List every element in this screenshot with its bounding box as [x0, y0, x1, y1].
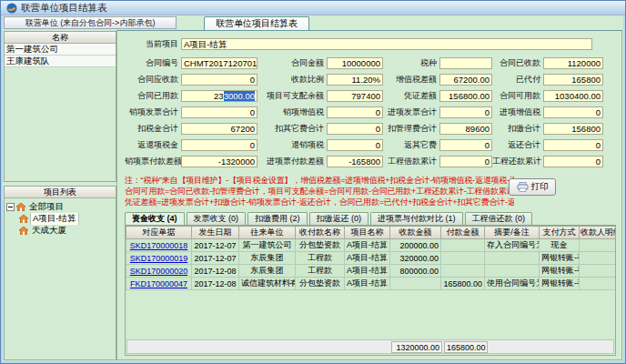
- contract-available-field[interactable]: 1030400.00: [543, 90, 603, 102]
- input-invoice-payment-diff-field[interactable]: -165800: [327, 156, 383, 167]
- cell-project-name: A项目-结算: [345, 252, 390, 265]
- table-row[interactable]: SKD170000019 2017-12-07 东辰集团 工程款 A项目-结算 …: [126, 252, 617, 265]
- col-payee-detail[interactable]: 收款人明细: [580, 227, 617, 239]
- tree-node-project[interactable]: A项目-结算: [6, 213, 114, 225]
- cell-payment-amount: [441, 265, 485, 278]
- selected-text: 3000.00: [224, 91, 255, 101]
- tree-node-all-projects[interactable]: 全部项目: [6, 201, 114, 213]
- cell-project-name: A项目-结算: [345, 265, 390, 278]
- doc-link[interactable]: FKD170000047: [130, 279, 187, 288]
- project-loan-total-label: 工程借款累计: [383, 156, 439, 167]
- tab-invoice-inout[interactable]: 发票收支 (0): [187, 212, 247, 225]
- input-vat-field[interactable]: 0: [543, 106, 603, 118]
- contract-used-label: 合同已用款: [125, 90, 181, 102]
- vat-difference-field[interactable]: 67200.00: [439, 74, 492, 86]
- project-repayment-total-field[interactable]: 0: [543, 156, 603, 167]
- contract-receivable-field[interactable]: 0: [181, 74, 257, 86]
- formula-notes: 注：“税种”来自【项目维护】-【项目税金设置】，增值税差额=进项增值税+扣税金合…: [125, 175, 514, 207]
- col-project-name[interactable]: 项目名称: [345, 227, 390, 239]
- contract-received-field[interactable]: 1120000: [543, 57, 603, 69]
- tree-node-project[interactable]: 天成大厦: [6, 225, 114, 237]
- cell-counterparty: 东辰集团: [239, 265, 296, 278]
- tab-withheld-fees[interactable]: 扣缴费用 (2): [247, 212, 308, 225]
- home-icon: [19, 215, 28, 223]
- collapse-icon[interactable]: [6, 203, 15, 211]
- cell-receipt-amount: 320000.00: [390, 252, 441, 265]
- withheld-total-field[interactable]: 156800: [543, 123, 603, 135]
- output-invoice-total-field[interactable]: 0: [181, 106, 257, 118]
- cell-payment-amount: [441, 239, 485, 252]
- receipt-ratio-field[interactable]: 11.20%: [327, 74, 383, 86]
- doc-link[interactable]: SKD170000019: [130, 254, 188, 263]
- project-repayment-total-label: 工程还款累计: [492, 156, 543, 167]
- table-row[interactable]: SKD170000020 2017-12-08 东辰集团 工程款 A项目-结算 …: [126, 265, 617, 278]
- tax-type-field[interactable]: [439, 57, 492, 69]
- cell-remark: 存入合同编号为IF: [485, 239, 540, 252]
- detail-grid-panel: 对应单据 发生日期 往来单位 收付款名称 项目名称 收款金额 付款金额 摘要/备…: [125, 226, 616, 356]
- contract-amount-field[interactable]: 10000000: [327, 57, 383, 69]
- note-line: 凭证差额=进项发票合计+扣缴合计-销项发票合计-返还合计，合同已用款=已代付+扣…: [125, 197, 514, 207]
- withheld-total-label: 扣缴合计: [492, 123, 543, 135]
- tab-settlement-sheet[interactable]: 联营单位项目结算表: [204, 16, 309, 30]
- output-vat-label: 销项增值税: [257, 106, 327, 118]
- withheld-other-total-field[interactable]: 0: [327, 123, 383, 135]
- col-receipt-amount[interactable]: 收款金额: [390, 227, 441, 239]
- tab-fund-inout[interactable]: 资金收支 (4): [125, 212, 185, 225]
- paid-on-behalf-field[interactable]: 165800: [543, 74, 603, 86]
- print-button[interactable]: 打印: [509, 178, 556, 196]
- returned-other-fee-label: 返其它费: [383, 139, 439, 151]
- unit-list-item[interactable]: 王康建筑队: [5, 56, 116, 67]
- returned-input-tax-field[interactable]: 0: [181, 139, 257, 151]
- doc-link[interactable]: SKD170000018: [130, 241, 188, 250]
- table-row[interactable]: FKD170000047 2017-12-08 诚信建筑材料有限 分包垫资款 A…: [126, 278, 617, 290]
- settlement-form: 当前项目 A项目-结算 合同编号 CHMT2017120701: 合同金额 10…: [116, 31, 622, 360]
- contract-received-label: 合同已收款: [492, 57, 543, 69]
- col-payment-name[interactable]: 收付款名称: [296, 227, 345, 239]
- table-header-row: 对应单据 发生日期 往来单位 收付款名称 项目名称 收款金额 付款金额 摘要/备…: [126, 227, 617, 239]
- table-row[interactable]: SKD170000018 2017-12-07 第一建筑公司 分包垫资款 A项目…: [126, 239, 617, 252]
- tab-project-loans[interactable]: 工程借还款 (0): [465, 212, 533, 225]
- window-title: 联营单位项目结算表: [21, 2, 107, 15]
- paid-on-behalf-label: 已代付: [492, 74, 543, 86]
- project-disposable-balance-field[interactable]: 797400: [327, 90, 383, 102]
- doc-link[interactable]: SKD170000020: [130, 267, 188, 276]
- cell-payee-detail: [580, 252, 617, 265]
- withheld-other-total-label: 扣其它费合计: [257, 123, 327, 135]
- detail-tabstrip: 资金收支 (4) 发票收支 (0) 扣缴费用 (2) 扣缴返还 (0) 进项票与…: [125, 212, 616, 226]
- voucher-difference-field[interactable]: 156800.00: [439, 90, 492, 102]
- col-payment-amount[interactable]: 付款金额: [441, 227, 485, 239]
- contract-no-field[interactable]: CHMT2017120701:: [181, 57, 257, 69]
- output-invoice-payment-diff-field[interactable]: -1320000: [181, 156, 257, 167]
- cell-payment-amount: 165800.00: [441, 278, 485, 290]
- output-vat-field[interactable]: 0: [327, 106, 383, 118]
- contract-amount-label: 合同金额: [257, 57, 327, 69]
- returned-other-fee-field[interactable]: 0: [439, 139, 492, 151]
- tax-type-label: 税种: [383, 57, 439, 69]
- cell-counterparty: 第一建筑公司: [239, 239, 296, 252]
- totals-bar: 1320000.00 165800.00: [126, 339, 614, 354]
- returned-total-field[interactable]: 0: [543, 139, 603, 151]
- contract-used-field[interactable]: 233000.00: [181, 90, 257, 102]
- contract-receivable-label: 合同应收款: [125, 74, 181, 86]
- unit-list-item[interactable]: 第一建筑公司: [5, 44, 116, 56]
- refunded-output-tax-field[interactable]: 0: [327, 139, 383, 151]
- refunded-output-tax-label: 退销项税: [257, 139, 327, 151]
- voucher-difference-label: 凭证差额: [383, 90, 439, 102]
- col-pay-method[interactable]: 支付方式: [540, 227, 580, 239]
- current-project-field[interactable]: A项目-结算: [181, 38, 592, 50]
- withheld-mgmt-fee-total-field[interactable]: 89600: [439, 123, 492, 135]
- unit-name-column-header[interactable]: 名称: [5, 32, 116, 44]
- input-invoice-total-field[interactable]: 0: [439, 106, 492, 118]
- project-loan-total-field[interactable]: 0: [439, 156, 492, 167]
- col-counterparty[interactable]: 往来单位: [239, 227, 296, 239]
- col-date[interactable]: 发生日期: [192, 227, 239, 239]
- col-remark[interactable]: 摘要/备注: [485, 227, 540, 239]
- cell-pay-method: 现金: [540, 239, 580, 252]
- cell-payment-amount: [441, 252, 485, 265]
- col-doc-no[interactable]: 对应单据: [126, 227, 192, 239]
- home-icon: [16, 203, 25, 211]
- withheld-tax-total-field[interactable]: 67200: [181, 123, 257, 135]
- contract-available-label: 合同可用款: [492, 90, 543, 102]
- tab-input-invoice-vs-payment[interactable]: 进项票与付款对比 (1): [370, 212, 463, 225]
- tab-withheld-returns[interactable]: 扣缴返还 (0): [309, 212, 369, 225]
